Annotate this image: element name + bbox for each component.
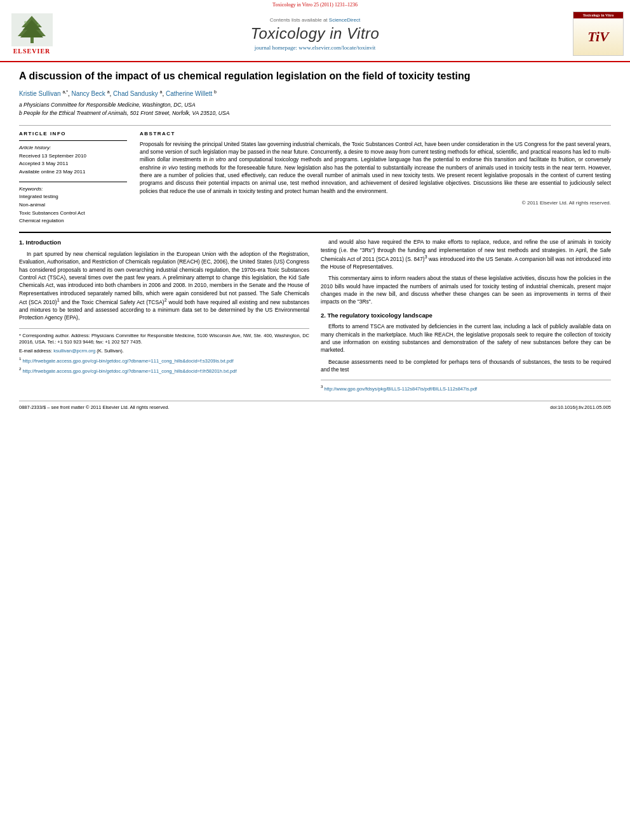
author-beck: Nancy Beck bbox=[72, 90, 105, 97]
footnotes-right: 3 http://www.gpo.gov/fdsys/pkg/BILLS-112… bbox=[321, 380, 611, 392]
author-willett: Catherine Willett bbox=[166, 90, 212, 97]
journal-title-section: Contents lists available at ScienceDirec… bbox=[57, 17, 573, 51]
tiv-journal-name: Toxicology in Vitro bbox=[575, 13, 622, 17]
received-date: Received 13 September 2010 bbox=[19, 152, 127, 161]
contents-text: Contents lists available at bbox=[270, 17, 328, 23]
journal-title: Toxicology in Vitro bbox=[57, 25, 573, 43]
keywords-label: Keywords: bbox=[19, 186, 127, 192]
ref3: 3 bbox=[425, 255, 427, 259]
accepted-date: Accepted 3 May 2011 bbox=[19, 160, 127, 168]
keywords-section: Keywords: Integrated testing Non-animal … bbox=[19, 186, 127, 225]
author-beck-sup: a bbox=[107, 90, 110, 94]
body-left-column: 1. Introduction In part spurred by new c… bbox=[19, 238, 309, 394]
fn2-sup: 2 bbox=[19, 366, 21, 371]
svg-point-4 bbox=[24, 21, 27, 23]
section1-para1: In part spurred by new chemical regulati… bbox=[19, 250, 309, 322]
footnote-3: 3 http://www.gpo.gov/fdsys/pkg/BILLS-112… bbox=[321, 384, 611, 392]
article-title: A discussion of the impact of us chemica… bbox=[19, 70, 611, 83]
affiliations: a Physicians Committee for Responsible M… bbox=[19, 101, 611, 117]
author-sandusky-sup: a bbox=[160, 90, 163, 94]
author-sullivan-sup: a,* bbox=[62, 90, 68, 94]
email-label: E-mail address: bbox=[19, 348, 53, 354]
elsevier-tree-icon bbox=[11, 13, 53, 46]
issn-info: 0887-2333/$ – see front matter © 2011 El… bbox=[19, 404, 170, 410]
journal-homepage: journal homepage: www.elsevier.com/locat… bbox=[57, 44, 573, 51]
history-label: Article history: bbox=[19, 145, 127, 150]
article-info-title: ARTICLE INFO bbox=[19, 131, 127, 137]
tiv-logo-top: Toxicology in Vitro bbox=[573, 12, 623, 18]
fn1-url: http://frwebgate.access.gpo.gov/cgi-bin/… bbox=[23, 358, 234, 364]
footnote-corresponding: * Corresponding author. Address: Physici… bbox=[19, 333, 309, 346]
footnote-2: 2 http://frwebgate.access.gpo.gov/cgi-bi… bbox=[19, 366, 309, 375]
section1-para3: This commentary aims to inform readers a… bbox=[321, 274, 611, 305]
footnote-star: * Corresponding author. Address: Physici… bbox=[19, 333, 309, 345]
homepage-url: www.elsevier.com/locate/toxinvit bbox=[298, 44, 375, 51]
author-sullivan: Kristie Sullivan bbox=[19, 90, 61, 97]
keywords-list: Integrated testing Non-animal Toxic Subs… bbox=[19, 193, 127, 225]
authors-line: Kristie Sullivan a,*, Nancy Beck a, Chad… bbox=[19, 90, 611, 97]
footnote-1: 1 http://frwebgate.access.gpo.gov/cgi-bi… bbox=[19, 356, 309, 364]
fn2-url: http://frwebgate.access.gpo.gov/cgi-bin/… bbox=[23, 368, 237, 374]
copyright: © 2011 Elsevier Ltd. All rights reserved… bbox=[140, 200, 611, 206]
tiv-logo-abbr: TiV bbox=[573, 18, 623, 55]
journal-citation: Toxicology in Vitro 25 (2011) 1231–1236 bbox=[272, 2, 358, 8]
fn3-sup: 3 bbox=[321, 384, 323, 389]
thousands-word: thousands bbox=[489, 359, 514, 365]
sciencedirect-link: ScienceDirect bbox=[329, 17, 360, 23]
kw-chemical-regulation: Chemical regulation bbox=[19, 217, 127, 225]
affiliation-b: b People for the Ethical Treatment of An… bbox=[19, 109, 611, 117]
body-divider bbox=[19, 232, 611, 233]
affiliation-a: a Physicians Committee for Responsible M… bbox=[19, 101, 611, 109]
article-info-panel: ARTICLE INFO Article history: Received 1… bbox=[19, 131, 127, 226]
ref2: 2 bbox=[164, 298, 167, 302]
section1-heading: 1. Introduction bbox=[19, 238, 309, 247]
article-dates: Received 13 September 2010 Accepted 3 Ma… bbox=[19, 152, 127, 177]
keywords-divider bbox=[19, 182, 127, 182]
kw-non-animal: Non-animal bbox=[19, 201, 127, 210]
ref1: 1 bbox=[57, 298, 60, 302]
section2-para2: Because assessments need to be completed… bbox=[321, 358, 611, 374]
footnote-email: E-mail address: ksullivan@pcrm.org (K. S… bbox=[19, 348, 309, 355]
svg-point-5 bbox=[37, 23, 39, 25]
tiv-logo: Toxicology in Vitro TiV bbox=[573, 11, 624, 56]
section1-para2: and would also have required the EPA to … bbox=[321, 238, 611, 270]
abstract-section: ABSTRACT Proposals for revising the prin… bbox=[140, 131, 611, 226]
body-right-column: and would also have required the EPA to … bbox=[321, 238, 611, 394]
kw-tsca: Toxic Substances Control Act bbox=[19, 210, 127, 218]
homepage-label: journal homepage: bbox=[255, 44, 297, 51]
journal-banner: ELSEVIER Contents lists available at Sci… bbox=[0, 9, 630, 58]
journal-citation-bar: Toxicology in Vitro 25 (2011) 1231–1236 bbox=[0, 0, 630, 9]
article-info-abstract-section: ARTICLE INFO Article history: Received 1… bbox=[19, 131, 611, 226]
elsevier-label: ELSEVIER bbox=[13, 48, 51, 55]
bottom-bar: 0887-2333/$ – see front matter © 2011 El… bbox=[19, 401, 611, 410]
abstract-title: ABSTRACT bbox=[140, 131, 611, 137]
section2-para1: Efforts to amend TSCA are motivated by d… bbox=[321, 323, 611, 354]
author-willett-sup: b bbox=[214, 90, 217, 94]
journal-header: Toxicology in Vitro 25 (2011) 1231–1236 … bbox=[0, 0, 630, 62]
elsevier-logo: ELSEVIER bbox=[6, 13, 57, 55]
section2-heading: 2. The regulatory toxicology landscape bbox=[321, 311, 611, 320]
kw-integrated-testing: Integrated testing bbox=[19, 193, 127, 201]
fn3-url: http://www.gpo.gov/fdsys/pkg/BILLS-112s8… bbox=[325, 386, 478, 392]
email-link: ksullivan@pcrm.org bbox=[53, 348, 95, 354]
email-name: (K. Sullivan). bbox=[95, 348, 124, 354]
body-columns: 1. Introduction In part spurred by new c… bbox=[19, 238, 611, 394]
info-divider bbox=[19, 140, 127, 141]
author-sandusky: Chad Sandusky bbox=[113, 90, 158, 97]
available-date: Available online 23 May 2011 bbox=[19, 168, 127, 177]
header-divider bbox=[19, 125, 611, 126]
abstract-text: Proposals for revising the principal Uni… bbox=[140, 140, 611, 195]
fn1-sup: 1 bbox=[19, 356, 21, 361]
article-container: A discussion of the impact of us chemica… bbox=[0, 62, 630, 418]
footnotes-section: * Corresponding author. Address: Physici… bbox=[19, 328, 309, 375]
doi-info: doi:10.1016/j.tiv.2011.05.005 bbox=[550, 404, 611, 410]
